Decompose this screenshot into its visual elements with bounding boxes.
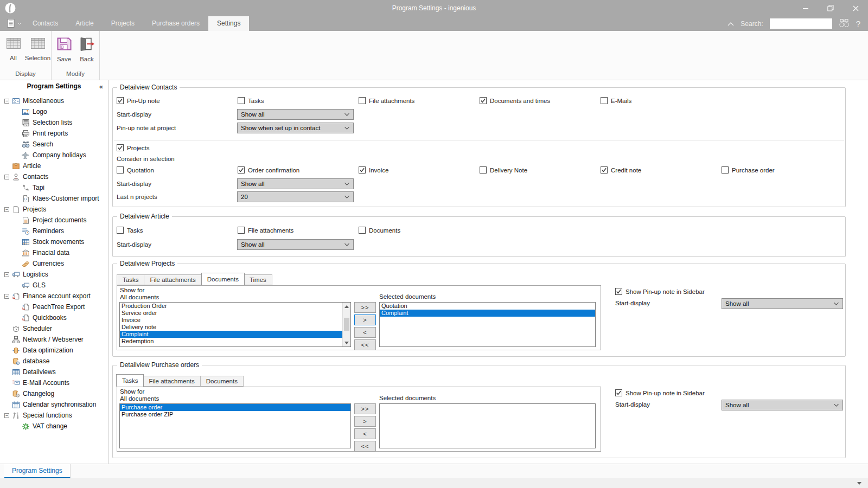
minimize-button[interactable] [793,0,818,16]
tree-collapse-icon[interactable]: − [4,294,9,299]
sidebar-item-finance-account-export[interactable]: −Finance account export [0,291,108,301]
list-option-complaint[interactable]: Complaint [380,310,595,317]
last-n-projects-dropdown[interactable]: 20 [237,191,354,202]
scrollbar-thumb[interactable] [344,318,349,331]
selected-documents-listbox[interactable]: QuotationComplaint [379,302,596,347]
tab-documents[interactable]: Documents [201,376,244,387]
sidebar-item-peachtree-export[interactable]: PeachTree Export [0,301,108,312]
checkbox-file-attachments[interactable]: File attachments [238,226,359,234]
sidebar-item-finacial-data[interactable]: Finacial data [0,247,108,258]
move-left-button[interactable]: < [354,428,376,439]
sidebar-item-database[interactable]: database [0,356,108,367]
checkbox-order-confirmation[interactable]: Order confirmation [238,166,359,174]
checkbox-documents[interactable]: Documents [359,226,480,234]
app-menu-icon[interactable] [7,18,22,28]
list-option-invoice[interactable]: Invoice [120,317,342,324]
menu-tab-contacts[interactable]: Contacts [24,16,67,31]
list-option-purchase-order[interactable]: Purchase order [120,404,350,411]
menu-tab-projects[interactable]: Projects [103,16,143,31]
sidebar-item-gls[interactable]: GLS [0,280,108,291]
list-option-production-order[interactable]: Production Order [120,303,342,310]
bottom-tab-program-settings[interactable]: Program Settings [4,464,71,478]
sidebar-item-quickbooks[interactable]: Quickbooks [0,312,108,323]
scroll-up-icon[interactable] [343,303,350,310]
tree-collapse-icon[interactable]: − [4,99,9,104]
vertical-scrollbar[interactable] [342,303,350,346]
sidebar-item-search[interactable]: Search [0,139,108,150]
sidebar-item-project-documents[interactable]: Project documents [0,215,108,226]
sidebar-item-logo[interactable]: Logo [0,106,108,117]
sidebar-item-network-webserver[interactable]: Network / Webserver [0,334,108,345]
list-option-delivery-note[interactable]: Delivery note [120,324,342,331]
list-option-service-order[interactable]: Service order [120,310,342,317]
checkbox-quotation[interactable]: Quotation [117,166,238,174]
selection-button[interactable]: Selection [25,32,50,69]
tab-tasks[interactable]: Tasks [117,274,144,285]
move-right-button[interactable]: > [354,416,376,427]
sidebar-item-vat-change[interactable]: VAT change [0,421,108,432]
collapse-ribbon-icon[interactable] [727,20,734,28]
checkbox-show-pin-up-note-in-sidebar[interactable]: Show Pin-up note in Sidebar [615,287,751,296]
checkbox-purchase-order[interactable]: Purchase order [722,166,843,174]
sidebar-collapse-icon[interactable]: « [99,80,103,93]
tab-tasks[interactable]: Tasks [116,374,144,387]
tree-collapse-icon[interactable]: − [4,207,9,212]
checkbox-file-attachments[interactable]: File attachments [359,97,480,105]
selected-documents-listbox[interactable] [379,403,596,448]
checkbox-delivery-note[interactable]: Delivery Note [480,166,601,174]
purchase-sidebar-start-display-dropdown[interactable]: Show all [722,400,843,410]
sidebar-item-projects[interactable]: −Projects [0,204,108,215]
move-all-left-button[interactable]: << [354,441,376,452]
move-left-button[interactable]: < [354,327,376,338]
checkbox-show-pin-up-note-in-sidebar[interactable]: Show Pin-up note in Sidebar [615,389,751,397]
sidebar-item-miscellaneous[interactable]: −Miscellaneous [0,95,108,106]
save-button[interactable]: Save [53,32,75,69]
sidebar-item-currencies[interactable]: Currencies [0,258,108,269]
sidebar-item-special-functions[interactable]: −Special functions [0,410,108,421]
article-start-display-dropdown[interactable]: Show all [237,239,354,250]
sidebar-item-stock-movements[interactable]: Stock movements [0,236,108,247]
list-option-quotation[interactable]: Quotation [380,303,595,310]
search-binoculars-icon[interactable] [839,18,850,29]
checkbox-invoice[interactable]: Invoice [359,166,480,174]
tree-collapse-icon[interactable]: − [4,272,9,277]
tab-file-attachments[interactable]: File attachments [144,274,201,285]
close-button[interactable] [843,0,868,16]
sidebar-item-article[interactable]: Article [0,160,108,171]
search-input[interactable] [770,18,832,29]
sidebar-item-scheduler[interactable]: Scheduler [0,323,108,334]
sidebar-item-e-mail-accounts[interactable]: E-Mail Accounts [0,377,108,388]
sidebar-item-klaes-customer-import[interactable]: Klaes-Customer import [0,193,108,204]
all-documents-listbox[interactable]: Purchase orderPurchase order ZIP [119,403,351,448]
sidebar-item-detailviews[interactable]: Detailviews [0,367,108,377]
sidebar-item-logistics[interactable]: −Logistics [0,269,108,280]
all-button[interactable]: All [1,32,25,69]
checkbox-projects[interactable]: Projects [117,144,238,152]
sidebar-item-calendar-synchronisation[interactable]: Calendar synchronisation [0,399,108,410]
sidebar-item-reminders[interactable]: Reminders [0,226,108,236]
sidebar-item-data-optimization[interactable]: Data optimization [0,345,108,356]
checkbox-tasks[interactable]: Tasks [117,226,238,234]
help-icon[interactable]: ? [856,19,860,28]
tree-collapse-icon[interactable]: − [4,175,9,179]
all-documents-listbox[interactable]: Production OrderService orderInvoiceDeli… [119,302,351,347]
tab-times[interactable]: Times [244,274,272,285]
checkbox-e-mails[interactable]: E-Mails [601,97,722,105]
move-all-right-button[interactable]: >> [354,403,376,414]
scroll-down-icon[interactable] [343,339,350,346]
move-all-left-button[interactable]: << [354,339,376,350]
sidebar-item-print-reports[interactable]: Print reports [0,128,108,139]
tab-file-attachments[interactable]: File attachments [143,376,200,387]
menu-tab-purchase-orders[interactable]: Purchase orders [143,16,208,31]
sidebar-item-company-holidays[interactable]: Company holidays [0,150,108,160]
checkbox-documents-and-times[interactable]: Documents and times [480,97,601,105]
maximize-button[interactable] [818,0,843,16]
projects-sidebar-start-display-dropdown[interactable]: Show all [722,298,843,309]
list-option-redemption[interactable]: Redemption [120,338,342,345]
list-option-purchase-order-zip[interactable]: Purchase order ZIP [120,411,350,418]
pinup-note-at-project-dropdown[interactable]: Show when set up in contact [237,123,354,133]
tab-documents[interactable]: Documents [201,273,245,285]
checkbox-pin-up-note[interactable]: Pin-Up note [117,97,238,105]
menu-tab-article[interactable]: Article [67,16,102,31]
checkbox-tasks[interactable]: Tasks [238,97,359,105]
